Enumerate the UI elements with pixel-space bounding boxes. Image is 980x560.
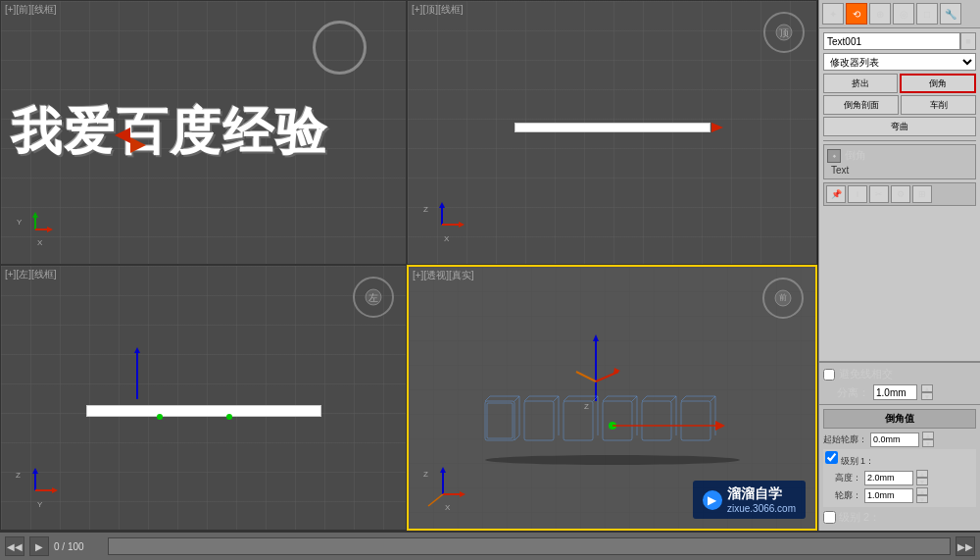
start-outline-input[interactable]: [870, 433, 919, 447]
svg-text:Z: Z: [423, 205, 428, 214]
start-outline-row: 起始轮廓： ▲ ▼: [823, 432, 976, 447]
separation-input[interactable]: [873, 384, 917, 400]
level1-outline-label: 轮廓：: [825, 489, 861, 502]
svg-text:前: 前: [779, 293, 787, 302]
tool-select-btn[interactable]: I: [848, 185, 867, 203]
tool-config-btn[interactable]: ⚙: [891, 185, 910, 203]
level1-height-spinner: ▲ ▼: [916, 470, 928, 485]
svg-line-58: [642, 396, 647, 401]
timeline-prev-btn[interactable]: ◀◀: [5, 536, 24, 556]
modifier-dropdown[interactable]: 修改器列表: [823, 53, 976, 71]
color-swatch[interactable]: ■: [960, 32, 976, 50]
svg-line-38: [514, 396, 519, 401]
level1-height-down[interactable]: ▼: [916, 478, 928, 485]
chamfer-section: ⬥ 倒角 Text: [823, 144, 976, 179]
svg-text:Y: Y: [17, 218, 23, 227]
red-arrow-right-vp1: [130, 137, 146, 153]
watermark: ▶ 溜溜自学 zixue.3066.com: [693, 481, 806, 519]
level1-height-row: 高度： ▲ ▼: [825, 470, 974, 485]
viewport-perspective[interactable]: [+][透视][真实] 前 Z: [407, 265, 817, 531]
svg-line-44: [554, 396, 559, 401]
object-top-view: [514, 123, 710, 132]
chamfer-icon: ⬥: [827, 149, 841, 163]
object-name-input[interactable]: [823, 32, 960, 50]
timeline-bar[interactable]: [108, 537, 951, 555]
chamfer-values-section: 倒角值 起始轮廓： ▲ ▼ 级别 1：: [819, 405, 980, 531]
level1-label: 级别 1：: [825, 451, 974, 468]
separation-spinner: ▲ ▼: [921, 384, 933, 400]
svg-line-54: [632, 396, 637, 401]
separation-down[interactable]: ▼: [921, 392, 933, 400]
red-arrow-left-vp1: [115, 127, 130, 143]
view-cube-perspective: 前: [761, 277, 806, 321]
icon-btn-hierarchy[interactable]: ⊕: [869, 3, 891, 25]
svg-line-49: [593, 396, 598, 401]
svg-marker-19: [134, 347, 140, 353]
icon-btn-modify[interactable]: ⟲: [846, 3, 867, 25]
viewport-left[interactable]: [+][左][线框] 左: [0, 265, 407, 531]
icon-btn-utilities[interactable]: 🔧: [940, 3, 961, 25]
svg-rect-35: [485, 401, 514, 440]
bend-btn[interactable]: 弯曲: [823, 117, 976, 136]
svg-line-63: [681, 396, 686, 401]
axis-indicator-front: X Y: [16, 210, 55, 249]
arrow-right-top: [711, 123, 723, 132]
tool-icons-row: 📌 I ✂ ⚙ ⊞: [823, 182, 976, 206]
icon-btn-star[interactable]: ✦: [822, 3, 844, 25]
lathe-btn[interactable]: 车削: [901, 95, 976, 115]
level1-height-up[interactable]: ▲: [916, 470, 928, 478]
viewport-top[interactable]: [+][顶][线框] 顶 X Z: [407, 0, 817, 265]
svg-line-64: [710, 396, 715, 401]
right-panel: ✦ ⟲ ⊕ ◎ □ 🔧 ■ 修改器列表 挤出 倒角 倒角剖: [818, 0, 980, 531]
tool-cut-btn[interactable]: ✂: [869, 185, 889, 203]
viewport-front[interactable]: [+][前][线框] 我爱百度经验 X Y: [0, 0, 407, 265]
level1-height-input[interactable]: [864, 471, 913, 485]
main-container: [+][前][线框] 我爱百度经验 X Y [+][顶][线框]: [0, 0, 980, 531]
tool-extra-btn[interactable]: ⊞: [912, 185, 932, 203]
level1-outline-down[interactable]: ▼: [916, 495, 928, 503]
tool-pin-btn[interactable]: 📌: [826, 185, 846, 203]
svg-text:X: X: [37, 238, 43, 247]
modifier-btn-row2: 倒角剖面 车削: [823, 95, 976, 115]
level1-checkbox[interactable]: [825, 451, 838, 464]
timeline-next-btn[interactable]: ▶▶: [956, 536, 975, 556]
axis-blue-left: [122, 345, 152, 404]
chamfer-title: 倒角: [845, 148, 866, 163]
start-outline-spinner: ▲ ▼: [922, 432, 934, 447]
level1-outline-input[interactable]: [864, 488, 913, 503]
svg-rect-47: [564, 401, 593, 440]
separation-up[interactable]: ▲: [921, 384, 933, 392]
level1-outline-up[interactable]: ▲: [916, 487, 928, 495]
separation-row: 分离： ▲ ▼: [823, 384, 976, 400]
svg-rect-62: [681, 401, 710, 440]
divider-1: [823, 140, 976, 141]
extrude-btn[interactable]: 挤出: [823, 74, 898, 93]
start-outline-down[interactable]: ▼: [922, 439, 934, 447]
svg-rect-36: [487, 403, 513, 438]
svg-text:左: 左: [368, 292, 378, 303]
svg-point-67: [485, 455, 740, 465]
level2-label: 级别 2：: [839, 510, 880, 525]
svg-text:Z: Z: [16, 471, 21, 480]
level2-row: 级别 2：: [823, 510, 976, 525]
svg-marker-12: [459, 222, 465, 228]
svg-rect-52: [603, 401, 632, 440]
svg-marker-72: [440, 467, 446, 473]
svg-marker-1: [32, 212, 38, 218]
text-3d-wireframe: [475, 382, 750, 470]
timeline-play-btn[interactable]: ▶: [29, 536, 49, 556]
svg-line-33: [576, 372, 596, 382]
avoid-intersection-checkbox[interactable]: [823, 369, 835, 381]
start-outline-up[interactable]: ▲: [922, 432, 934, 439]
object-name-row: ■: [823, 32, 976, 50]
start-outline-label: 起始轮廓：: [823, 433, 867, 446]
chamfer-btn[interactable]: 倒角: [900, 74, 976, 93]
rotation-handle-vp1: [313, 21, 367, 75]
svg-text:Y: Y: [37, 500, 43, 509]
vp1-label: [+][前][线框]: [5, 3, 57, 17]
icon-btn-motion[interactable]: ◎: [893, 3, 914, 25]
icon-btn-display[interactable]: □: [916, 3, 938, 25]
chamfer-profile-btn[interactable]: 倒角剖面: [823, 95, 899, 115]
level2-checkbox[interactable]: [823, 511, 836, 524]
viewport-grid: [+][前][线框] 我爱百度经验 X Y [+][顶][线框]: [0, 0, 818, 531]
